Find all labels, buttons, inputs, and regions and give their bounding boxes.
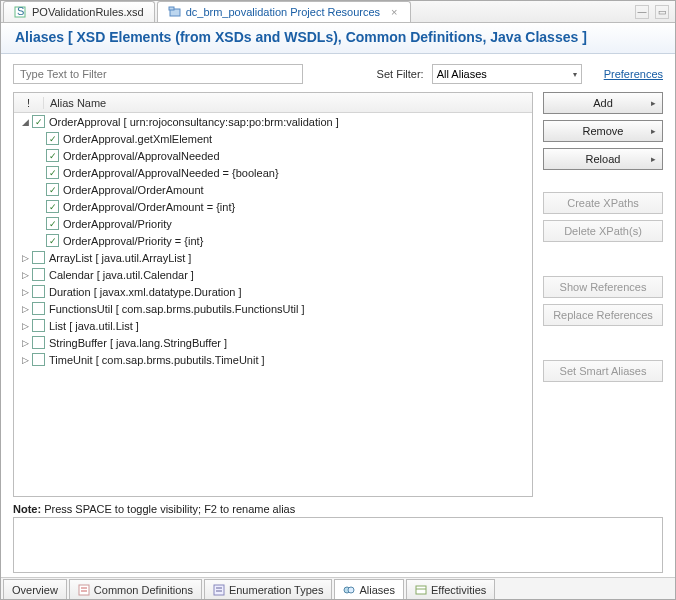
collapse-icon[interactable]: ◢	[18, 117, 32, 127]
column-visibility[interactable]: !	[14, 97, 44, 109]
visibility-checkbox[interactable]	[32, 336, 45, 349]
alias-label: Calendar [ java.util.Calendar ]	[49, 269, 194, 281]
filter-select[interactable]: All Aliases ▾	[432, 64, 582, 84]
twisty-spacer: ·	[18, 236, 32, 246]
minimize-icon[interactable]: —	[635, 5, 649, 19]
maximize-icon[interactable]: ▭	[655, 5, 669, 19]
window-controls: — ▭	[635, 5, 675, 19]
alias-label: OrderApproval/ApprovalNeeded	[63, 150, 220, 162]
visibility-checkbox[interactable]	[32, 251, 45, 264]
alias-label: OrderApproval/Priority	[63, 218, 172, 230]
svg-text:S: S	[17, 6, 24, 17]
preferences-link[interactable]: Preferences	[604, 68, 663, 80]
expand-icon[interactable]: ▷	[18, 338, 32, 348]
visibility-checkbox[interactable]	[46, 234, 59, 247]
add-button[interactable]: Add▸	[543, 92, 663, 114]
alias-label: StringBuffer [ java.lang.StringBuffer ]	[49, 337, 227, 349]
note-row: Note: Press SPACE to toggle visibility; …	[13, 503, 663, 515]
alias-row[interactable]: ·OrderApproval.getXmlElement	[14, 130, 532, 147]
alias-row[interactable]: ▷Duration [ javax.xml.datatype.Duration …	[14, 283, 532, 300]
note-label: Note:	[13, 503, 41, 515]
visibility-checkbox[interactable]	[46, 217, 59, 230]
close-icon[interactable]: ×	[388, 6, 400, 18]
tab-common-definitions[interactable]: Common Definitions	[69, 579, 202, 599]
alias-row[interactable]: ·OrderApproval/Priority	[14, 215, 532, 232]
twisty-spacer: ·	[18, 151, 32, 161]
alias-row[interactable]: ·OrderApproval/OrderAmount	[14, 181, 532, 198]
expand-icon[interactable]: ▷	[18, 321, 32, 331]
expand-icon[interactable]: ▷	[18, 304, 32, 314]
alias-tree: ! Alias Name ◢OrderApproval [ urn:rojoco…	[13, 92, 533, 497]
tab-enumeration-types[interactable]: Enumeration Types	[204, 579, 333, 599]
tab-povalidationrules[interactable]: S POValidationRules.xsd	[3, 1, 155, 22]
alias-label: List [ java.util.List ]	[49, 320, 139, 332]
visibility-checkbox[interactable]	[46, 200, 59, 213]
alias-label: OrderApproval/OrderAmount = {int}	[63, 201, 235, 213]
enum-icon	[213, 584, 225, 596]
tab-aliases[interactable]: Aliases	[334, 579, 403, 599]
visibility-checkbox[interactable]	[32, 319, 45, 332]
alias-row[interactable]: ·OrderApproval/Priority = {int}	[14, 232, 532, 249]
alias-row[interactable]: ▷FunctionsUtil [ com.sap.brms.pubutils.F…	[14, 300, 532, 317]
page-title: Aliases [ XSD Elements (from XSDs and WS…	[15, 29, 661, 45]
alias-row[interactable]: ▷ArrayList [ java.util.ArrayList ]	[14, 249, 532, 266]
filter-select-value: All Aliases	[437, 68, 487, 80]
alias-row[interactable]: ·OrderApproval/ApprovalNeeded	[14, 147, 532, 164]
twisty-spacer: ·	[18, 202, 32, 212]
tree-body[interactable]: ◢OrderApproval [ urn:rojoconsultancy:sap…	[14, 113, 532, 496]
visibility-checkbox[interactable]	[46, 166, 59, 179]
svg-rect-7	[214, 585, 224, 595]
expand-icon[interactable]: ▷	[18, 270, 32, 280]
aliases-icon	[343, 584, 355, 596]
twisty-spacer: ·	[18, 219, 32, 229]
svg-rect-12	[416, 586, 426, 594]
alias-label: TimeUnit [ com.sap.brms.pubutils.TimeUni…	[49, 354, 265, 366]
create-xpaths-button: Create XPaths	[543, 192, 663, 214]
visibility-checkbox[interactable]	[32, 285, 45, 298]
tab-label: POValidationRules.xsd	[32, 6, 144, 18]
twisty-spacer: ·	[18, 185, 32, 195]
alias-row[interactable]: ▷List [ java.util.List ]	[14, 317, 532, 334]
visibility-checkbox[interactable]	[32, 268, 45, 281]
alias-row[interactable]: ▷StringBuffer [ java.lang.StringBuffer ]	[14, 334, 532, 351]
details-textarea[interactable]	[13, 517, 663, 573]
alias-row[interactable]: ▷TimeUnit [ com.sap.brms.pubutils.TimeUn…	[14, 351, 532, 368]
visibility-checkbox[interactable]	[32, 353, 45, 366]
xsd-file-icon: S	[14, 6, 28, 18]
visibility-checkbox[interactable]	[46, 149, 59, 162]
tab-label: dc_brm_povalidation Project Resources	[186, 6, 380, 18]
tab-effectivities[interactable]: Effectivities	[406, 579, 495, 599]
tab-project-resources[interactable]: dc_brm_povalidation Project Resources ×	[157, 1, 411, 22]
set-smart-aliases-button: Set Smart Aliases	[543, 360, 663, 382]
visibility-checkbox[interactable]	[46, 132, 59, 145]
alias-row[interactable]: ▷Calendar [ java.util.Calendar ]	[14, 266, 532, 283]
column-alias-name[interactable]: Alias Name	[44, 97, 106, 109]
alias-label: ArrayList [ java.util.ArrayList ]	[49, 252, 191, 264]
remove-button[interactable]: Remove▸	[543, 120, 663, 142]
effectivities-icon	[415, 584, 427, 596]
alias-label: Duration [ javax.xml.datatype.Duration ]	[49, 286, 242, 298]
tab-overview[interactable]: Overview	[3, 579, 67, 599]
alias-row[interactable]: ◢OrderApproval [ urn:rojoconsultancy:sap…	[14, 113, 532, 130]
twisty-spacer: ·	[18, 134, 32, 144]
expand-icon[interactable]: ▷	[18, 253, 32, 263]
header-panel: Aliases [ XSD Elements (from XSDs and WS…	[1, 23, 675, 54]
expand-icon[interactable]: ▷	[18, 287, 32, 297]
reload-button[interactable]: Reload▸	[543, 148, 663, 170]
alias-row[interactable]: ·OrderApproval/OrderAmount = {int}	[14, 198, 532, 215]
bottom-tab-bar: Overview Common Definitions Enumeration …	[1, 577, 675, 599]
filter-input[interactable]	[13, 64, 303, 84]
show-references-button: Show References	[543, 276, 663, 298]
alias-row[interactable]: ·OrderApproval/ApprovalNeeded = {boolean…	[14, 164, 532, 181]
set-filter-label: Set Filter:	[377, 68, 424, 80]
visibility-checkbox[interactable]	[46, 183, 59, 196]
definitions-icon	[78, 584, 90, 596]
visibility-checkbox[interactable]	[32, 115, 45, 128]
editor-tab-bar: S POValidationRules.xsd dc_brm_povalidat…	[1, 1, 675, 23]
side-buttons: Add▸ Remove▸ Reload▸ Create XPaths Delet…	[543, 92, 663, 497]
visibility-checkbox[interactable]	[32, 302, 45, 315]
expand-icon[interactable]: ▷	[18, 355, 32, 365]
twisty-spacer: ·	[18, 168, 32, 178]
main-area: Set Filter: All Aliases ▾ Preferences ! …	[1, 54, 675, 577]
alias-label: OrderApproval/OrderAmount	[63, 184, 204, 196]
